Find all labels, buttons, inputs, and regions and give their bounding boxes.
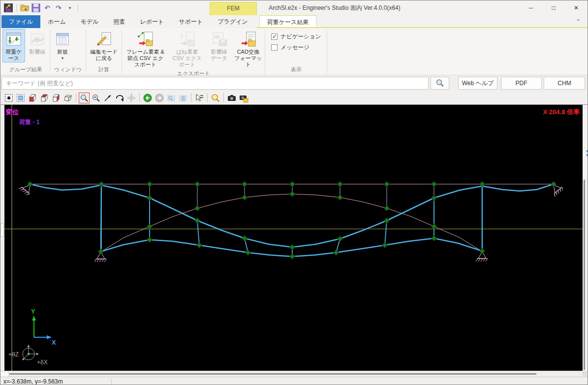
maximize-button[interactable]: □ xyxy=(542,0,565,15)
view-wireframe-icon[interactable] xyxy=(62,93,73,103)
group-label-calculation: 計算 xyxy=(87,65,121,75)
chevron-down-icon: ▾ xyxy=(62,56,64,61)
toolbar-separator xyxy=(223,93,224,102)
pdf-help-button[interactable]: PDF xyxy=(501,77,542,90)
redo-icon[interactable]: ↷ xyxy=(54,3,63,13)
back-to-edit-mode-button[interactable]: 編集モード に戻る xyxy=(87,29,121,63)
influence-line-icon xyxy=(29,31,46,48)
quick-access-toolbar: 2D ↶ ↷ ▾ xyxy=(3,2,80,14)
tab-support[interactable]: サポート xyxy=(171,15,210,28)
undo-icon[interactable]: ↶ xyxy=(42,3,52,13)
close-button[interactable]: ✕ xyxy=(565,0,588,15)
influence-line-button: 影響線 xyxy=(26,29,49,56)
result-canvas[interactable] xyxy=(4,105,583,371)
load-case-icon xyxy=(5,31,22,48)
contextual-tab-group-fem: FEM xyxy=(210,2,257,15)
horizontal-scrollbar-thumb[interactable] xyxy=(9,373,536,375)
x-axis-label: X xyxy=(52,339,56,346)
cursor-coordinates: x=-3.638m, y=-9.563m xyxy=(3,378,63,385)
zoom-out-icon[interactable] xyxy=(91,93,101,103)
zoom-window-icon[interactable] xyxy=(79,93,90,103)
tab-verification[interactable]: 照査 xyxy=(106,15,133,28)
influence-line-data-button: 影響線 データ xyxy=(207,29,231,63)
chm-help-button[interactable]: CHM xyxy=(544,77,585,90)
view-forward-icon xyxy=(154,93,165,103)
ribbon-group-export: フレーム要素 & 節点 CSV エクスポート ばね要素 CSV エクスポート 影… xyxy=(123,29,264,75)
tab-model[interactable]: モデル xyxy=(73,15,106,28)
toolbar-separator xyxy=(139,93,140,102)
status-divider xyxy=(111,378,112,385)
message-checkbox[interactable]: メッセージ xyxy=(271,44,321,51)
separator xyxy=(78,4,78,12)
view-cube-front-icon[interactable] xyxy=(27,93,38,103)
window-title: ArchSl.e2x - Engineer's Studio 面内 Ver.4.… xyxy=(269,4,401,12)
group-separator xyxy=(265,30,265,74)
keyword-search-input[interactable] xyxy=(1,77,429,90)
separator xyxy=(16,4,17,12)
result-type-label: 変位 xyxy=(6,108,19,117)
scrollbar-corner-box xyxy=(0,372,9,377)
save-file-icon[interactable] xyxy=(31,3,41,13)
group-separator xyxy=(327,30,327,74)
toolbar-separator xyxy=(76,93,76,102)
chevron-down-icon: ▾ xyxy=(69,5,71,10)
cad-exchange-icon xyxy=(240,31,256,48)
navigation-checkbox-label: ナビゲーション xyxy=(280,33,321,40)
ribbon-tabs: ファイル ホーム モデル 照査 レポート サポート プラグイン 荷重ケース結果 xyxy=(1,15,316,28)
vertical-scrollbar-thumb[interactable] xyxy=(584,180,585,370)
tab-plugin[interactable]: プラグイン xyxy=(210,15,255,28)
panel-splitter-grip[interactable] xyxy=(0,223,4,237)
view-back-icon[interactable] xyxy=(142,93,153,103)
frame-node-csv-export-button[interactable]: フレーム要素 & 節点 CSV エクスポート xyxy=(123,29,167,69)
tab-home[interactable]: ホーム xyxy=(40,15,73,28)
zoom-extents-icon[interactable] xyxy=(15,93,26,103)
load-case-label: 荷重 - 1 xyxy=(19,118,39,127)
frame-csv-export-icon xyxy=(137,31,154,48)
rotation-z-label: +θZ xyxy=(8,351,19,358)
view-cube-top-icon[interactable] xyxy=(39,93,50,103)
group-label-results: グループ結果 xyxy=(2,65,49,75)
tab-load-case-results[interactable]: 荷重ケース結果 xyxy=(259,15,317,28)
pick-list-icon[interactable] xyxy=(194,93,205,103)
resize-grip[interactable] xyxy=(583,372,588,377)
pan-icon xyxy=(126,93,137,103)
search-button[interactable] xyxy=(431,77,449,90)
edit-mode-icon xyxy=(95,31,112,48)
customize-quick-access-icon[interactable]: ▾ xyxy=(65,3,75,13)
group-separator xyxy=(122,30,122,74)
influence-line-data-icon xyxy=(211,31,227,48)
y-axis-label: Y xyxy=(31,308,35,315)
group-label-display: 表示 xyxy=(266,65,326,75)
tab-file[interactable]: ファイル xyxy=(1,15,40,28)
title-bar: 2D ↶ ↷ ▾ FEM ArchSl.e2x - Engineer's Stu… xyxy=(0,0,588,15)
minimize-button[interactable]: ─ xyxy=(520,0,542,15)
ribbon-collapse-button[interactable]: ⌃ xyxy=(573,17,584,27)
view-toolbar xyxy=(0,91,588,105)
select-region-icon[interactable] xyxy=(3,93,14,103)
svg-text:2D: 2D xyxy=(6,8,11,13)
group-separator xyxy=(50,30,50,74)
rotate-view-icon[interactable] xyxy=(114,93,125,103)
cad-exchange-format-button[interactable]: CAD交換 フォーマット xyxy=(232,29,264,69)
tab-report[interactable]: レポート xyxy=(133,15,172,28)
snapshot-save-icon[interactable] xyxy=(238,93,249,103)
ribbon-group-calculation: 編集モード に戻る 計算 xyxy=(87,29,121,75)
new-window-icon xyxy=(54,31,71,48)
find-icon[interactable] xyxy=(210,93,221,103)
load-case-button[interactable]: 荷重ケース xyxy=(2,29,25,63)
open-file-icon[interactable] xyxy=(20,3,30,13)
new-window-button[interactable]: 新規 ▾ xyxy=(51,29,74,62)
saved-view-add-icon xyxy=(178,93,188,103)
measure-arrow-icon[interactable] xyxy=(102,93,113,103)
view-cube-right-icon[interactable] xyxy=(51,93,62,103)
left-panel-strip xyxy=(0,105,4,371)
message-checkbox-label: メッセージ xyxy=(280,44,309,51)
toolbar-separator xyxy=(207,93,208,102)
navigation-checkbox[interactable]: ✓ ナビゲーション xyxy=(271,33,321,40)
spring-csv-export-button: ばね要素 CSV エクスポート xyxy=(168,29,206,69)
ribbon-group-window: 新規 ▾ ウィンドウ xyxy=(51,29,85,75)
snapshot-icon[interactable] xyxy=(226,93,237,103)
saved-view-icon xyxy=(166,93,177,103)
web-help-button[interactable]: Web ヘルプ xyxy=(458,77,497,90)
vertical-scrollbar[interactable] xyxy=(583,105,588,371)
